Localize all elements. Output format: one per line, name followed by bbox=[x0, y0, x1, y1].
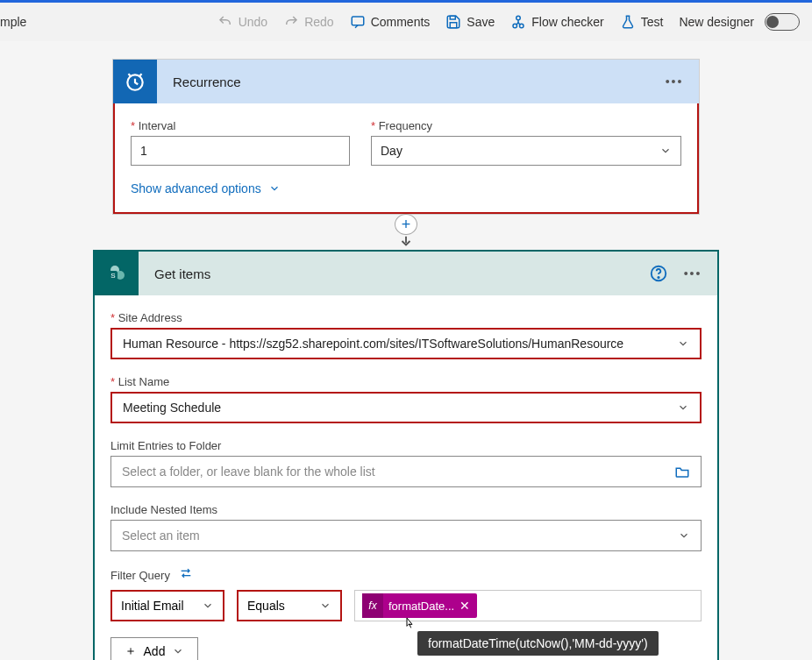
interval-field: Interval 1 bbox=[131, 119, 350, 166]
interval-label: Interval bbox=[131, 119, 350, 132]
get-items-menu[interactable]: ••• bbox=[680, 266, 705, 280]
add-filter-button[interactable]: ＋ Add bbox=[110, 637, 198, 660]
get-items-title: Get items bbox=[139, 266, 649, 281]
svg-rect-0 bbox=[352, 17, 364, 25]
show-advanced-link[interactable]: Show advanced options bbox=[131, 181, 281, 195]
limit-folder-label: Limit Entries to Folder bbox=[110, 439, 702, 452]
svg-text:S: S bbox=[110, 272, 115, 280]
save-label: Save bbox=[467, 15, 495, 29]
nested-items-field: Include Nested Items Select an item bbox=[110, 503, 702, 551]
test-icon bbox=[620, 14, 636, 30]
recurrence-icon bbox=[113, 60, 157, 103]
folder-icon[interactable] bbox=[674, 465, 690, 478]
chevron-down-icon bbox=[319, 600, 331, 612]
new-designer-toggle[interactable]: New designer bbox=[679, 13, 800, 31]
expression-token[interactable]: fx formatDate... ✕ bbox=[362, 593, 477, 618]
get-items-card: S Get items ••• Site Address Human Resou… bbox=[93, 250, 719, 660]
help-icon[interactable] bbox=[649, 264, 668, 283]
add-step-button[interactable]: + bbox=[395, 214, 417, 235]
undo-button[interactable]: Undo bbox=[217, 14, 267, 30]
fx-icon: fx bbox=[362, 593, 383, 618]
svg-rect-1 bbox=[451, 16, 456, 19]
get-items-body: Site Address Human Resource - https://sz… bbox=[95, 295, 717, 660]
chevron-down-icon bbox=[172, 645, 184, 657]
frequency-select[interactable]: Day bbox=[371, 136, 681, 166]
connector: + bbox=[395, 215, 417, 250]
list-name-field: List Name Meeting Schedule bbox=[110, 375, 702, 423]
swap-icon[interactable] bbox=[179, 567, 193, 583]
filter-value-input[interactable]: fx formatDate... ✕ bbox=[354, 590, 702, 621]
designer-canvas: Recurrence ••• Interval 1 Frequency Day … bbox=[0, 41, 812, 660]
filter-query-label: Filter Query bbox=[110, 569, 170, 582]
get-items-header[interactable]: S Get items ••• bbox=[95, 252, 717, 295]
limit-folder-field: Limit Entries to Folder Select a folder,… bbox=[110, 439, 702, 487]
recurrence-body: Interval 1 Frequency Day Show advanced o… bbox=[113, 103, 699, 214]
toggle-thumb bbox=[766, 16, 779, 28]
undo-label: Undo bbox=[239, 15, 267, 29]
save-icon bbox=[445, 14, 461, 30]
chevron-down-icon bbox=[268, 182, 281, 195]
recurrence-menu[interactable]: ••• bbox=[662, 75, 687, 89]
comments-icon bbox=[350, 14, 366, 30]
site-address-field: Site Address Human Resource - https://sz… bbox=[110, 311, 702, 359]
test-label: Test bbox=[641, 15, 664, 29]
nested-items-select[interactable]: Select an item bbox=[110, 520, 702, 551]
undo-icon bbox=[217, 14, 233, 30]
toggle-track bbox=[765, 13, 800, 31]
limit-folder-input[interactable]: Select a folder, or leave blank for the … bbox=[110, 456, 702, 487]
redo-label: Redo bbox=[304, 15, 333, 29]
nested-items-label: Include Nested Items bbox=[110, 503, 702, 516]
plus-icon: ＋ bbox=[125, 643, 137, 659]
flow-checker-button[interactable]: Flow checker bbox=[510, 14, 603, 30]
svg-point-4 bbox=[513, 24, 517, 28]
interval-input[interactable]: 1 bbox=[131, 136, 350, 166]
expression-tooltip: formatDateTime(utcNow(),'MM-dd-yyyy') bbox=[417, 631, 659, 656]
comments-label: Comments bbox=[371, 15, 431, 29]
site-address-label: Site Address bbox=[110, 311, 702, 324]
chevron-down-icon bbox=[677, 401, 689, 414]
redo-icon bbox=[283, 14, 299, 30]
remove-token-button[interactable]: ✕ bbox=[459, 599, 470, 613]
flow-checker-label: Flow checker bbox=[531, 15, 603, 29]
recurrence-card: Recurrence ••• Interval 1 Frequency Day … bbox=[112, 59, 700, 215]
save-button[interactable]: Save bbox=[445, 14, 495, 30]
chevron-down-icon bbox=[677, 337, 689, 350]
svg-point-5 bbox=[520, 24, 524, 28]
breadcrumb-tail: mple bbox=[0, 15, 26, 29]
frequency-field: Frequency Day bbox=[371, 119, 681, 166]
expression-token-text: formatDate... bbox=[388, 600, 454, 613]
filter-field-select[interactable]: Initial Email bbox=[110, 590, 224, 621]
list-name-label: List Name bbox=[110, 375, 702, 388]
frequency-label: Frequency bbox=[371, 119, 681, 132]
recurrence-header[interactable]: Recurrence ••• bbox=[113, 60, 699, 103]
test-button[interactable]: Test bbox=[620, 14, 664, 30]
svg-point-3 bbox=[516, 16, 521, 20]
arrow-down-icon bbox=[398, 235, 414, 251]
new-designer-label: New designer bbox=[679, 15, 754, 29]
filter-operator-select[interactable]: Equals bbox=[237, 590, 342, 621]
comments-button[interactable]: Comments bbox=[350, 14, 431, 30]
command-bar: mple Undo Redo Comments Save Flow checke… bbox=[0, 0, 812, 41]
chevron-down-icon bbox=[678, 529, 690, 542]
site-address-select[interactable]: Human Resource - https://szg52.sharepoin… bbox=[110, 328, 702, 359]
sharepoint-icon: S bbox=[95, 252, 139, 295]
list-name-select[interactable]: Meeting Schedule bbox=[110, 392, 702, 423]
svg-point-12 bbox=[658, 277, 659, 278]
chevron-down-icon bbox=[659, 145, 672, 157]
chevron-down-icon bbox=[202, 600, 214, 612]
redo-button[interactable]: Redo bbox=[283, 14, 333, 30]
svg-rect-2 bbox=[451, 23, 458, 28]
recurrence-title: Recurrence bbox=[157, 75, 662, 89]
flow-checker-icon bbox=[510, 14, 526, 30]
